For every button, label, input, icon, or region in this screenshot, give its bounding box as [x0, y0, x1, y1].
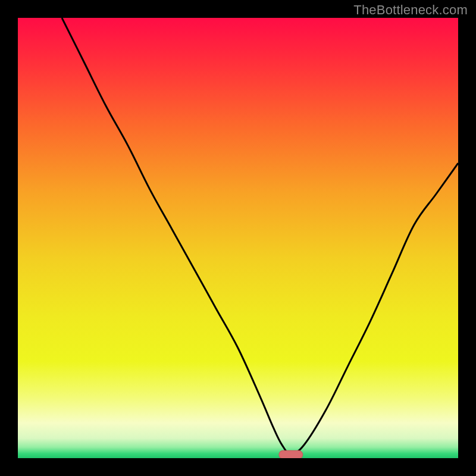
bottleneck-curve: [62, 18, 458, 454]
chart-frame: TheBottleneck.com: [0, 0, 476, 476]
optimum-marker: [279, 450, 303, 458]
chart-svg: [18, 18, 458, 458]
watermark-label: TheBottleneck.com: [353, 2, 468, 18]
plot-area: [18, 18, 458, 458]
